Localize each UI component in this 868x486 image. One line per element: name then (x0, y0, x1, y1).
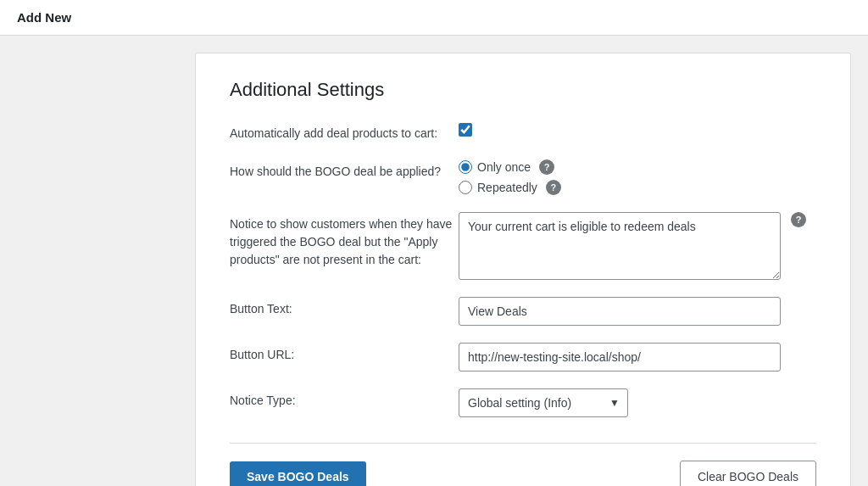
auto-add-field (459, 121, 816, 137)
button-text-label: Button Text: (230, 297, 459, 318)
page-title: Add New (17, 10, 71, 25)
radio-only-once-label: Only once (477, 160, 531, 174)
section-title: Additional Settings (230, 79, 816, 101)
notice-label: Notice to show customers when they have … (230, 212, 459, 269)
button-url-field (459, 343, 816, 371)
top-bar: Add New (0, 0, 868, 36)
radio-only-once[interactable] (459, 160, 472, 174)
bogo-apply-row: How should the BOGO deal be applied? Onl… (230, 159, 816, 195)
button-url-row: Button URL: (230, 343, 816, 371)
radio-row-only-once: Only once ? (459, 159, 561, 175)
button-text-row: Button Text: (230, 297, 816, 326)
auto-add-checkbox[interactable] (459, 123, 472, 137)
notice-row: Notice to show customers when they have … (230, 212, 816, 280)
button-text-input[interactable] (459, 297, 781, 326)
bogo-apply-label: How should the BOGO deal be applied? (230, 159, 459, 181)
notice-type-label: Notice Type: (230, 388, 459, 410)
radio-row-repeatedly: Repeatedly ? (459, 180, 561, 195)
help-icon-only-once[interactable]: ? (539, 159, 554, 175)
help-icon-repeatedly[interactable]: ? (546, 180, 561, 195)
notice-type-select[interactable]: Global setting (Info) Success Warning Er… (459, 388, 628, 417)
notice-field-wrapper: Your current cart is eligible to redeem … (459, 212, 806, 280)
page-wrapper: Additional Settings Automatically add de… (0, 36, 868, 486)
radio-repeatedly[interactable] (459, 181, 472, 194)
radio-repeatedly-label: Repeatedly (477, 181, 537, 194)
form-footer: Save BOGO Deals Clear BOGO Deals (230, 443, 816, 486)
notice-type-field: Global setting (Info) Success Warning Er… (459, 388, 816, 417)
help-icon-notice[interactable]: ? (791, 212, 806, 227)
button-text-field (459, 297, 816, 326)
button-url-label: Button URL: (230, 343, 459, 364)
auto-add-row: Automatically add deal products to cart: (230, 121, 816, 142)
notice-type-row: Notice Type: Global setting (Info) Succe… (230, 388, 816, 417)
notice-type-select-wrapper: Global setting (Info) Success Warning Er… (459, 388, 628, 417)
notice-textarea[interactable]: Your current cart is eligible to redeem … (459, 212, 781, 280)
notice-field: Your current cart is eligible to redeem … (459, 212, 816, 280)
main-content: Additional Settings Automatically add de… (195, 53, 851, 486)
save-bogo-deals-button[interactable]: Save BOGO Deals (230, 461, 366, 486)
button-url-input[interactable] (459, 343, 781, 371)
bogo-apply-field: Only once ? Repeatedly ? (459, 159, 816, 195)
sidebar-spacer (17, 53, 195, 486)
clear-bogo-deals-button[interactable]: Clear BOGO Deals (680, 461, 816, 486)
auto-add-label: Automatically add deal products to cart: (230, 121, 459, 142)
bogo-radio-group: Only once ? Repeatedly ? (459, 159, 561, 195)
